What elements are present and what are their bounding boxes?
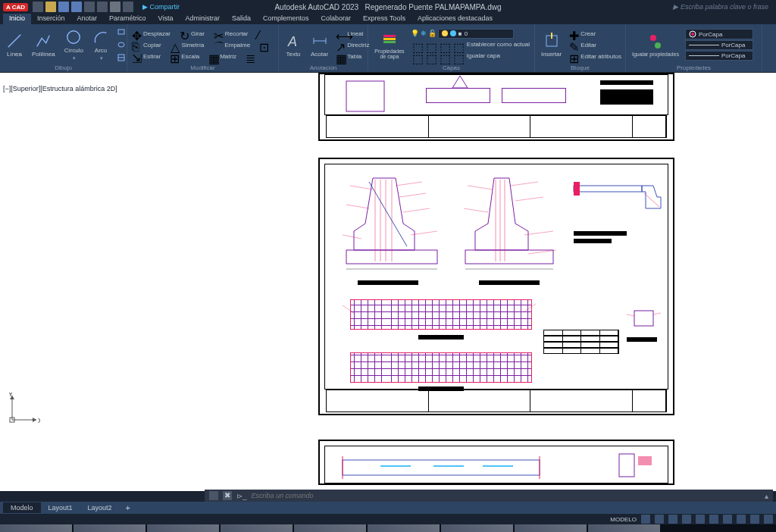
viewport-label[interactable]: [−][Superior][Estructura alámbrica 2D] <box>3 85 117 92</box>
tab-modelo[interactable]: Modelo <box>3 502 41 513</box>
app-badge[interactable]: A CAD <box>3 3 28 11</box>
share-link[interactable]: ▶ Compartir <box>142 3 180 11</box>
tab-complementos[interactable]: Complementos <box>257 14 315 24</box>
simetria-button[interactable]: △Simetría <box>169 39 206 50</box>
circulo-button[interactable]: Círculo▾ <box>61 27 86 63</box>
status-cycle-icon[interactable] <box>737 515 746 524</box>
tab-parametrico[interactable]: Paramétrico <box>103 14 152 24</box>
drawing-viewport[interactable]: [−][Superior][Estructura alámbrica 2D] <box>0 73 776 491</box>
tab-express[interactable]: Express Tools <box>357 14 411 24</box>
ucs-icon[interactable]: X Y <box>6 393 40 427</box>
thumb[interactable] <box>221 524 293 532</box>
thumb[interactable] <box>0 524 72 532</box>
estirar-button[interactable]: ⇲Estirar <box>130 51 162 61</box>
igualar-capa-button[interactable]: Igualar capa <box>465 51 502 61</box>
layer-lock-icon[interactable]: 🔓 <box>428 30 436 37</box>
layer-tool8[interactable]: ⬚ <box>452 51 464 61</box>
recortar-button[interactable]: ✂Recortar <box>212 28 250 39</box>
add-layout-button[interactable]: + <box>120 503 136 512</box>
layer-freeze-icon[interactable]: ❄ <box>421 30 427 37</box>
editar-bloque-button[interactable]: ✎Editar <box>568 39 598 50</box>
status-ortho-icon[interactable] <box>668 515 677 524</box>
ellipse-button[interactable] <box>115 39 127 50</box>
thumb[interactable] <box>294 524 366 532</box>
tab-aplicaciones[interactable]: Aplicaciones destacadas <box>411 14 499 24</box>
lineweight-combo[interactable]: PorCapa <box>685 40 753 50</box>
thumb[interactable] <box>147 524 219 532</box>
undo-icon[interactable] <box>84 2 95 12</box>
tab-inicio[interactable]: Inicio <box>3 14 31 24</box>
arco-button[interactable]: Arco▾ <box>89 27 112 63</box>
command-input[interactable] <box>252 492 760 499</box>
tab-salida[interactable]: Salida <box>226 14 257 24</box>
texto-button[interactable]: ATexto <box>282 31 305 59</box>
open-icon[interactable] <box>45 2 56 12</box>
qat-more-icon[interactable] <box>123 2 133 12</box>
lineal-button[interactable]: ⟷Lineal <box>334 28 365 39</box>
redo-icon[interactable] <box>97 2 108 12</box>
escala-button[interactable]: ⊞Escala <box>168 51 201 61</box>
layer-combo[interactable]: ■0 <box>438 29 514 39</box>
saveas-icon[interactable] <box>71 2 82 12</box>
establecer-actual-button[interactable]: Establecer como actual <box>465 39 531 50</box>
linea-button[interactable]: Línea <box>3 31 26 59</box>
layout-tabs: Modelo Layout1 Layout2 + <box>0 502 776 514</box>
status-model[interactable]: MODELO <box>610 516 637 523</box>
desplazar-button[interactable]: ✥Desplazar <box>130 28 172 39</box>
thumb[interactable] <box>441 524 513 532</box>
save-icon[interactable] <box>58 2 69 12</box>
tab-insercion[interactable]: Inserción <box>31 14 71 24</box>
hatch-button[interactable] <box>115 52 127 63</box>
insertar-button[interactable]: Insertar <box>538 31 565 59</box>
editar-atributos-button[interactable]: ⊞Editar atributos <box>568 51 623 61</box>
thumb[interactable] <box>74 524 146 532</box>
propiedades-capa-button[interactable]: Propiedades de capa <box>371 29 408 61</box>
thumb[interactable] <box>368 524 440 532</box>
search-input[interactable]: ▶ Escriba palabra clave o frase <box>673 3 768 11</box>
print-icon[interactable] <box>110 2 120 12</box>
tab-vista[interactable]: Vista <box>152 14 180 24</box>
tabla-button[interactable]: ▦Tabla <box>334 51 363 61</box>
tab-administrar[interactable]: Administrar <box>179 14 226 24</box>
command-line[interactable]: ✖ ⊳_ ▴ <box>205 490 773 502</box>
tab-anotar[interactable]: Anotar <box>71 14 104 24</box>
status-grid-icon[interactable] <box>641 515 650 524</box>
igualar-prop-button[interactable]: Igualar propiedades <box>629 32 682 58</box>
mod-ext2-button[interactable]: ⊡ <box>258 39 270 50</box>
layer-tool5[interactable]: ⬚ <box>411 51 423 61</box>
polilinea-button[interactable]: Polilínea <box>29 31 58 59</box>
layer-tool6[interactable]: ⬚ <box>424 51 436 61</box>
thumb[interactable] <box>515 524 587 532</box>
layer-bulb-icon[interactable]: 💡 <box>411 30 419 37</box>
status-polar-icon[interactable] <box>682 515 691 524</box>
layer-tool7[interactable]: ⬚ <box>438 51 450 61</box>
layer-tool2[interactable]: ⬚ <box>424 39 436 50</box>
mod-ext3-button[interactable]: ≣ <box>244 51 256 61</box>
rect-button[interactable] <box>115 27 127 37</box>
tab-colaborar[interactable]: Colaborar <box>315 14 358 24</box>
matriz-button[interactable]: ▦Matriz <box>207 51 238 61</box>
layer-tool1[interactable]: ⬚ <box>411 39 423 50</box>
status-anno-icon[interactable] <box>750 515 759 524</box>
new-icon[interactable] <box>33 2 43 12</box>
tab-layout2[interactable]: Layout2 <box>80 502 120 513</box>
acotar-button[interactable]: Acotar <box>308 31 331 59</box>
thumb[interactable] <box>588 524 660 532</box>
color-combo[interactable]: PorCapa <box>685 29 753 39</box>
status-lwt-icon[interactable] <box>709 515 718 524</box>
directriz-button[interactable]: ↗Directriz <box>334 39 371 50</box>
mod-ext1-button[interactable]: ∕ <box>255 28 268 39</box>
linetype-combo[interactable]: PorCapa <box>685 51 753 61</box>
status-transparency-icon[interactable] <box>723 515 732 524</box>
status-snap-icon[interactable] <box>655 515 664 524</box>
tab-layout1[interactable]: Layout1 <box>41 502 80 513</box>
girar-button[interactable]: ↻Girar <box>178 28 206 39</box>
empalme-button[interactable]: ⌒Empalme <box>211 39 252 50</box>
status-osnap-icon[interactable] <box>696 515 705 524</box>
crear-button[interactable]: ✚Crear <box>568 28 597 39</box>
command-tool-icon[interactable]: ✖ <box>223 491 232 500</box>
status-workspace-icon[interactable] <box>764 515 773 524</box>
copiar-button[interactable]: ⎘Copiar <box>130 39 163 50</box>
layer-tool3[interactable]: ⬚ <box>438 39 450 50</box>
layer-tool4[interactable]: ⬚ <box>452 39 464 50</box>
